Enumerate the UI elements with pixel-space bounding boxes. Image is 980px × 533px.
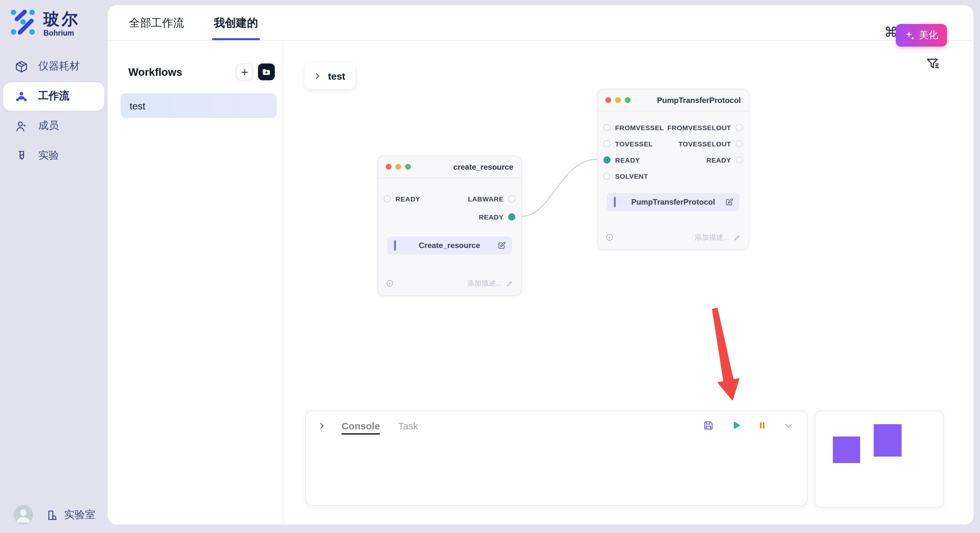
port-pin-output-connected[interactable]	[508, 213, 515, 220]
workflow-tabbar: 全部工作流 我创建的	[108, 5, 974, 41]
canvas-minimap[interactable]	[815, 411, 944, 508]
tab-all-workflows[interactable]: 全部工作流	[127, 5, 186, 40]
members-icon	[14, 119, 29, 133]
filter-icon[interactable]	[925, 56, 940, 71]
node-title: PumpTransferProtocol	[657, 95, 741, 105]
port-label: FROMVESSELOUT	[667, 124, 731, 131]
task-tab[interactable]: Task	[398, 420, 418, 431]
workflow-list-item[interactable]: test	[121, 93, 277, 118]
minimap-node	[833, 436, 860, 463]
add-workflow-button[interactable]	[236, 63, 253, 80]
port-pin-input[interactable]	[603, 172, 611, 179]
node-header: create_resource	[378, 156, 521, 178]
sidebar-item-label: 实验	[38, 149, 59, 163]
sidebar-footer: 实验室	[0, 505, 108, 525]
action-label: Create_resource	[387, 241, 512, 250]
info-icon[interactable]	[605, 233, 614, 241]
console-tab[interactable]: Console	[342, 420, 380, 434]
save-icon[interactable]	[703, 420, 714, 431]
description-placeholder[interactable]: 添加描述...	[695, 233, 729, 242]
chevron-right-icon	[313, 71, 321, 80]
port-pin-input[interactable]	[384, 195, 391, 202]
sidebar-item-instruments[interactable]: 仪器耗材	[3, 52, 104, 81]
port-label: SOLVENT	[615, 172, 648, 180]
folder-download-icon	[261, 67, 272, 77]
beautify-label: 美化	[919, 29, 938, 41]
node-pump-transfer-protocol[interactable]: PumpTransferProtocol FROMVESSEL FROMVESS…	[597, 89, 749, 250]
action-label: PumpTransferProtocol	[607, 198, 740, 206]
dot-green	[405, 164, 411, 170]
sidebar-item-label: 成员	[38, 119, 59, 133]
port-label: TOVESSEL	[615, 140, 653, 148]
import-workflow-button[interactable]	[258, 63, 275, 80]
bohrium-logo-icon	[10, 9, 37, 36]
workspace-label: 实验室	[64, 508, 95, 522]
dot-red	[386, 164, 391, 170]
brand-name-en: Bohrium	[43, 29, 80, 36]
sidebar-item-experiments[interactable]: 实验	[3, 141, 104, 170]
sidebar-item-label: 工作流	[38, 89, 69, 103]
port-label: READY	[479, 213, 504, 221]
sidebar: 玻尔 Bohrium 仪器耗材	[0, 0, 108, 533]
action-accent-bar	[614, 197, 616, 207]
pencil-icon[interactable]	[506, 279, 513, 287]
main-panel: 全部工作流 我创建的 Workflows	[108, 5, 974, 525]
building-icon	[46, 508, 60, 522]
app-window: 玻尔 Bohrium 仪器耗材	[0, 0, 980, 533]
brand-name-zh: 玻尔	[43, 10, 80, 28]
port-pin-output[interactable]	[508, 195, 515, 202]
port-pin-input-connected[interactable]	[603, 156, 611, 163]
description-placeholder[interactable]: 添加描述...	[467, 279, 502, 288]
window-dots	[605, 97, 631, 103]
tab-my-created[interactable]: 我创建的	[212, 5, 260, 40]
window-dots	[386, 164, 411, 170]
sidebar-item-label: 仪器耗材	[38, 60, 80, 73]
port-label: FROMVESSEL	[615, 124, 664, 131]
node-action-button[interactable]: PumpTransferProtocol	[607, 193, 740, 211]
dot-green	[625, 97, 631, 103]
port-pin-output[interactable]	[736, 156, 743, 163]
tab-label: 我创建的	[214, 15, 258, 30]
port-pin-input[interactable]	[603, 140, 611, 147]
tab-label: 全部工作流	[129, 15, 184, 30]
user-avatar[interactable]	[14, 505, 33, 525]
port-pin-input[interactable]	[603, 124, 611, 131]
workspace-switcher[interactable]: 实验室	[46, 508, 95, 522]
test-tube-icon	[14, 149, 29, 163]
node-footer: 添加描述...	[598, 233, 749, 249]
console-toolbar: Console Task	[306, 411, 807, 440]
brand-logo: 玻尔 Bohrium	[0, 0, 108, 36]
dot-yellow	[395, 164, 401, 170]
chevron-down-icon[interactable]	[783, 420, 794, 431]
node-header: PumpTransferProtocol	[598, 89, 749, 111]
action-accent-bar	[394, 240, 396, 251]
edit-icon[interactable]	[725, 198, 734, 206]
collapse-chevron-icon[interactable]	[318, 421, 326, 430]
console-panel: Console Task	[305, 411, 808, 506]
port-label: TOVESSELOUT	[678, 140, 731, 148]
info-icon[interactable]	[386, 279, 394, 287]
sparkles-icon	[905, 30, 915, 40]
port-label: READY	[615, 156, 640, 163]
pause-icon[interactable]	[757, 420, 767, 431]
workflow-people-icon	[14, 89, 29, 103]
node-create-resource[interactable]: create_resource READY LABWARE READY	[377, 155, 522, 296]
port-pin-output[interactable]	[736, 140, 743, 147]
edit-icon[interactable]	[497, 241, 506, 250]
run-play-icon[interactable]	[730, 420, 741, 431]
port-pin-output[interactable]	[736, 124, 743, 131]
sidebar-item-members[interactable]: 成员	[3, 112, 104, 140]
node-action-button[interactable]: Create_resource	[387, 236, 512, 254]
pencil-icon[interactable]	[733, 233, 741, 241]
package-box-icon	[14, 59, 29, 73]
console-output-area[interactable]	[306, 440, 807, 504]
breadcrumb-label: test	[328, 70, 345, 81]
workflows-title: Workflows	[128, 66, 182, 78]
sidebar-item-workflow[interactable]: 工作流	[3, 82, 104, 110]
person-icon	[14, 505, 33, 525]
beautify-button[interactable]: 美化	[896, 24, 947, 47]
workflows-list-panel: Workflows test	[108, 41, 283, 525]
port-label: READY	[706, 156, 731, 163]
breadcrumb-test-chip[interactable]: test	[305, 63, 355, 89]
node-title: create_resource	[453, 162, 513, 171]
